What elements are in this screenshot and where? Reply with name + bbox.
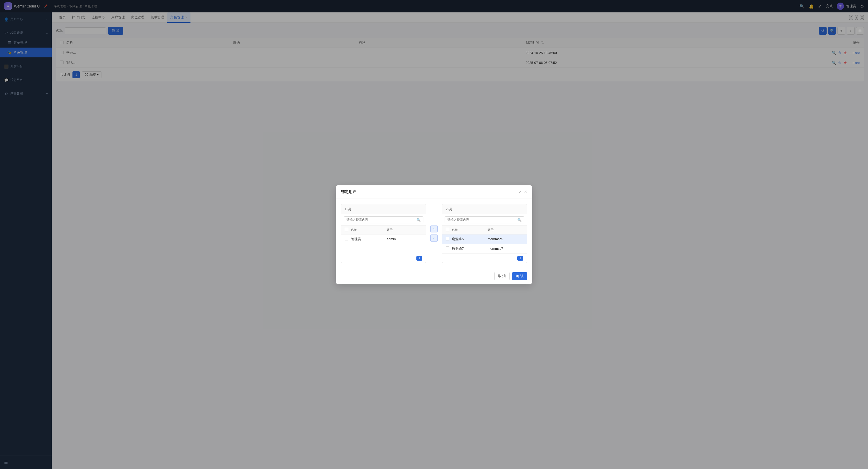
right-page-badge[interactable]: 1: [517, 256, 523, 261]
right-row1-account: memmsc5: [488, 237, 523, 241]
right-search-input[interactable]: [447, 218, 516, 222]
right-row-2: 唐亚峰7 memmsc7: [442, 244, 527, 254]
right-table-header: 名称 账号: [442, 226, 527, 234]
right-panel-header: 2 项: [442, 204, 527, 214]
left-row-1: 管理员 admin: [341, 234, 426, 244]
left-count-label: 1 项: [345, 207, 351, 211]
bind-user-modal: 绑定用户 ⤢ ✕ 1 项 🔍: [336, 186, 532, 284]
modal-overlay[interactable]: 绑定用户 ⤢ ✕ 1 项 🔍: [0, 0, 868, 469]
transfer-left-button[interactable]: ‹: [430, 234, 438, 242]
right-panel-search: 🔍: [442, 214, 527, 226]
left-page-badge[interactable]: 1: [416, 256, 422, 261]
transfer-right-button[interactable]: ›: [430, 225, 438, 232]
right-select-all[interactable]: [446, 228, 449, 231]
modal-body: 1 项 🔍 名称 账号 管理员: [336, 199, 532, 268]
left-panel-header: 1 项: [341, 204, 426, 214]
left-col-name: 名称: [351, 228, 386, 232]
right-row2-name: 唐亚峰7: [452, 246, 488, 251]
left-panel-footer: 1: [341, 254, 426, 263]
right-row1-name: 唐亚峰5: [452, 237, 488, 241]
left-search-input[interactable]: [346, 218, 415, 222]
left-row1-name: 管理员: [351, 237, 386, 241]
cancel-button[interactable]: 取 消: [494, 272, 510, 280]
right-row2-checkbox[interactable]: [446, 246, 449, 250]
left-select-all[interactable]: [345, 228, 348, 231]
right-search-icon: 🔍: [517, 218, 522, 222]
transfer-controls: › ‹: [430, 204, 438, 263]
right-col-account: 账号: [488, 228, 523, 232]
transfer-right-panel: 2 项 🔍 名称 账号 唐亚峰5: [442, 204, 527, 263]
modal-title: 绑定用户: [341, 190, 356, 194]
right-row1-checkbox[interactable]: [446, 237, 449, 240]
modal-header: 绑定用户 ⤢ ✕: [336, 186, 532, 199]
right-panel-footer: 1: [442, 254, 527, 263]
right-count-label: 2 项: [446, 207, 452, 211]
left-row1-account: admin: [386, 237, 422, 241]
right-search-wrap: 🔍: [444, 216, 524, 223]
right-col-name: 名称: [452, 228, 488, 232]
left-row1-checkbox[interactable]: [345, 237, 348, 240]
left-table-header: 名称 账号: [341, 226, 426, 234]
transfer-left-panel: 1 项 🔍 名称 账号 管理员: [341, 204, 426, 263]
confirm-button[interactable]: 确 认: [512, 272, 527, 280]
modal-close-button[interactable]: ✕: [524, 190, 527, 194]
modal-footer: 取 消 确 认: [336, 268, 532, 284]
transfer-panels: 1 项 🔍 名称 账号 管理员: [341, 204, 527, 263]
left-search-icon: 🔍: [416, 218, 421, 222]
left-col-account: 账号: [386, 228, 422, 232]
modal-header-actions: ⤢ ✕: [518, 190, 527, 194]
modal-expand-button[interactable]: ⤢: [518, 190, 522, 194]
right-row-1: 唐亚峰5 memmsc5: [442, 234, 527, 244]
left-search-wrap: 🔍: [344, 216, 424, 223]
left-panel-search: 🔍: [341, 214, 426, 226]
right-row2-account: memmsc7: [488, 247, 523, 250]
